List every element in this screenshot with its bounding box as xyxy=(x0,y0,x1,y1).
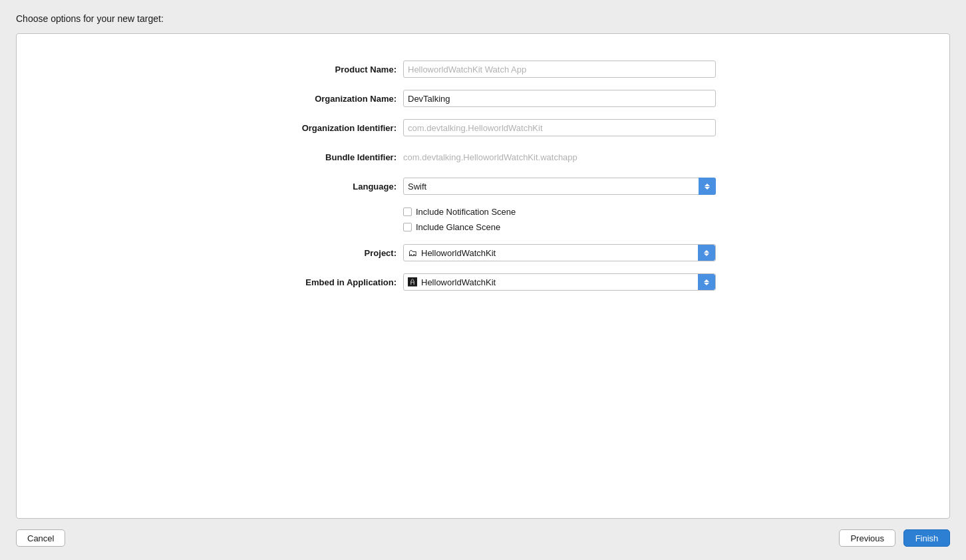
project-select-container[interactable]: 🗂 HelloworldWatchKit HelloworldWatchKit xyxy=(403,244,716,261)
footer-left: Cancel xyxy=(16,529,65,547)
org-name-input[interactable] xyxy=(403,90,716,107)
footer: Cancel Previous Finish xyxy=(16,519,950,547)
page-title: Choose options for your new target: xyxy=(16,13,950,24)
include-notification-checkbox[interactable] xyxy=(403,208,412,216)
footer-right: Previous Finish xyxy=(839,529,950,547)
include-notification-label: Include Notification Scene xyxy=(416,207,516,217)
product-name-input[interactable] xyxy=(403,61,716,78)
cancel-button[interactable]: Cancel xyxy=(16,529,65,547)
org-name-label: Organization Name: xyxy=(250,94,403,104)
include-glance-label: Include Glance Scene xyxy=(416,222,500,232)
bundle-identifier-row: Bundle Identifier: com.devtalking.Hellow… xyxy=(250,148,716,166)
checkboxes-row: Include Notification Scene Include Glanc… xyxy=(250,207,716,232)
product-name-row: Product Name: xyxy=(250,61,716,78)
language-label: Language: xyxy=(250,182,403,192)
main-panel: Product Name: Organization Name: Organiz… xyxy=(16,33,950,519)
embed-select-container[interactable]: 🅰 HelloworldWatchKit HelloworldWatchKit xyxy=(403,273,716,291)
previous-button[interactable]: Previous xyxy=(839,529,895,547)
org-identifier-input[interactable] xyxy=(403,119,716,136)
form-container: Product Name: Organization Name: Organiz… xyxy=(250,61,716,291)
checkboxes-control: Include Notification Scene Include Glanc… xyxy=(403,207,716,232)
project-label: Project: xyxy=(250,248,403,258)
project-control: 🗂 HelloworldWatchKit HelloworldWatchKit xyxy=(403,244,716,261)
embed-label: Embed in Application: xyxy=(250,277,403,287)
finish-button[interactable]: Finish xyxy=(903,529,950,547)
product-name-control xyxy=(403,61,716,78)
project-row: Project: 🗂 HelloworldWatchKit Helloworld… xyxy=(250,244,716,261)
embed-row: Embed in Application: 🅰 HelloworldWatchK… xyxy=(250,273,716,291)
language-row: Language: Swift Objective-C xyxy=(250,178,716,195)
include-glance-checkbox[interactable] xyxy=(403,223,412,231)
language-control: Swift Objective-C xyxy=(403,178,716,195)
org-identifier-row: Organization Identifier: xyxy=(250,119,716,136)
org-identifier-label: Organization Identifier: xyxy=(250,123,403,133)
product-name-label: Product Name: xyxy=(250,65,403,74)
bundle-identifier-label: Bundle Identifier: xyxy=(250,152,403,162)
org-name-row: Organization Name: xyxy=(250,90,716,107)
language-select[interactable]: Swift Objective-C xyxy=(403,178,716,195)
checkbox-area: Include Notification Scene Include Glanc… xyxy=(403,207,516,232)
language-select-wrapper: Swift Objective-C xyxy=(403,178,716,195)
org-name-control xyxy=(403,90,716,107)
glance-scene-row: Include Glance Scene xyxy=(403,222,516,232)
org-identifier-control xyxy=(403,119,716,136)
notification-scene-row: Include Notification Scene xyxy=(403,207,516,217)
embed-control: 🅰 HelloworldWatchKit HelloworldWatchKit xyxy=(403,273,716,291)
bundle-identifier-value: com.devtalking.HelloworldWatchKit.watcha… xyxy=(403,152,577,162)
bundle-identifier-control: com.devtalking.HelloworldWatchKit.watcha… xyxy=(403,152,716,162)
